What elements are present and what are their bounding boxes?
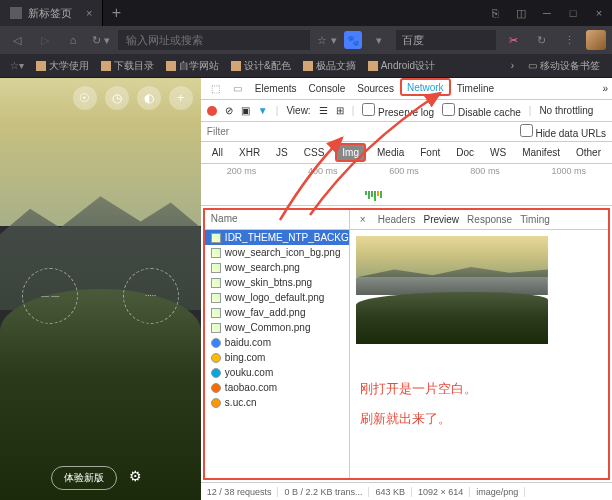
filter-input[interactable] bbox=[207, 126, 520, 137]
headphone-icon[interactable]: ☉ bbox=[73, 86, 97, 110]
bookmark-item[interactable]: 极品文摘 bbox=[297, 57, 362, 75]
filter-type-xhr[interactable]: XHR bbox=[234, 145, 265, 160]
bookmark-item[interactable]: 自学网站 bbox=[160, 57, 225, 75]
clear-icon[interactable]: ⊘ bbox=[225, 105, 233, 116]
filter-type-font[interactable]: Font bbox=[415, 145, 445, 160]
detail-tab-timing[interactable]: Timing bbox=[516, 214, 554, 225]
filter-type-ws[interactable]: WS bbox=[485, 145, 511, 160]
view-label: View: bbox=[286, 105, 310, 116]
devtools-tab-elements[interactable]: Elements bbox=[249, 78, 303, 99]
tab-favicon bbox=[10, 7, 22, 19]
filter-type-media[interactable]: Media bbox=[372, 145, 409, 160]
more-tabs-icon[interactable]: » bbox=[602, 83, 608, 94]
network-request-row[interactable]: IDR_THEME_NTP_BACKGROUN... bbox=[205, 230, 349, 245]
chevron-right-icon[interactable]: › bbox=[505, 58, 520, 73]
network-toolbar: ⊘ ▣ ▼ | View: ☰ ⊞ | Preserve log Disable… bbox=[201, 100, 612, 122]
preserve-log-checkbox[interactable]: Preserve log bbox=[362, 103, 434, 118]
filter-type-css[interactable]: CSS bbox=[299, 145, 330, 160]
tab-close-icon[interactable]: × bbox=[86, 7, 92, 19]
dropdown-icon[interactable]: ▾ bbox=[368, 29, 390, 51]
network-request-row[interactable]: youku.com bbox=[205, 365, 349, 380]
address-bar: ◁ ▷ ⌂ ↻ ▾ ☆ ▾ 🐾 ▾ 百度 ✂ ↻ ⋮ bbox=[0, 26, 612, 54]
bookmark-item[interactable]: 大学使用 bbox=[30, 57, 95, 75]
search-engine-box[interactable]: 百度 bbox=[396, 30, 496, 50]
filter-type-js[interactable]: JS bbox=[271, 145, 293, 160]
network-request-row[interactable]: bing.com bbox=[205, 350, 349, 365]
detail-tab-headers[interactable]: Headers bbox=[374, 214, 420, 225]
network-request-row[interactable]: wow_skin_btns.png bbox=[205, 275, 349, 290]
shirt-icon[interactable]: ◫ bbox=[508, 0, 534, 26]
filter-type-other[interactable]: Other bbox=[571, 145, 606, 160]
detail-tab-response[interactable]: Response bbox=[463, 214, 516, 225]
close-detail-icon[interactable]: × bbox=[354, 214, 372, 225]
inspect-icon[interactable]: ⬚ bbox=[205, 78, 227, 100]
hide-data-urls-checkbox[interactable]: Hide data URLs bbox=[520, 124, 606, 139]
status-dimensions: 1092 × 614 bbox=[412, 487, 470, 497]
filter-type-all[interactable]: All bbox=[207, 145, 228, 160]
view-list-icon[interactable]: ☰ bbox=[319, 105, 328, 116]
scissor-icon[interactable]: ✂ bbox=[502, 29, 524, 51]
try-new-button[interactable]: 体验新版 bbox=[51, 466, 117, 490]
devtools-tab-sources[interactable]: Sources bbox=[351, 78, 400, 99]
filter-type-img[interactable]: Img bbox=[335, 143, 366, 162]
devtools-tab-timeline[interactable]: Timeline bbox=[451, 78, 500, 99]
close-button[interactable]: × bbox=[586, 0, 612, 26]
filter-icon[interactable]: ▼ bbox=[258, 105, 268, 116]
status-type: image/png bbox=[470, 487, 525, 497]
network-request-row[interactable]: baidu.com bbox=[205, 335, 349, 350]
home-button[interactable]: ⌂ bbox=[62, 29, 84, 51]
plus-icon[interactable]: + bbox=[169, 86, 193, 110]
network-request-row[interactable]: s.uc.cn bbox=[205, 395, 349, 410]
detail-tab-preview[interactable]: Preview bbox=[420, 214, 464, 225]
bookmark-item[interactable]: Android设计 bbox=[362, 57, 441, 75]
network-request-row[interactable]: taobao.com bbox=[205, 380, 349, 395]
status-size: 643 KB bbox=[369, 487, 412, 497]
network-request-row[interactable]: wow_search_icon_bg.png bbox=[205, 245, 349, 260]
throttle-select[interactable]: No throttling bbox=[539, 105, 593, 116]
browser-tab[interactable]: 新标签页 × bbox=[0, 0, 103, 26]
preview-pane: 刚打开是一片空白。 刷新就出来了。 bbox=[350, 230, 608, 478]
minimize-button[interactable]: ─ bbox=[534, 0, 560, 26]
bookmark-item[interactable]: 设计&配色 bbox=[225, 57, 297, 75]
window-controls: ⎘ ◫ ─ □ × bbox=[482, 0, 612, 26]
network-request-row[interactable]: wow_logo_default.png bbox=[205, 290, 349, 305]
settings-gear-icon[interactable]: ⚙ bbox=[129, 468, 149, 488]
refresh-button[interactable]: ↻ ▾ bbox=[90, 29, 112, 51]
forward-button[interactable]: ▷ bbox=[34, 29, 56, 51]
name-column-header[interactable]: Name bbox=[205, 210, 349, 230]
menu-icon[interactable]: ⋮ bbox=[558, 29, 580, 51]
disable-cache-checkbox[interactable]: Disable cache bbox=[442, 103, 521, 118]
user-avatar[interactable] bbox=[586, 30, 606, 50]
new-tab-button[interactable]: + bbox=[103, 4, 129, 22]
bookmark-bar: ☆▾ 大学使用下载目录自学网站设计&配色极品文摘Android设计 › ▭ 移动… bbox=[0, 54, 612, 78]
maximize-button[interactable]: □ bbox=[560, 0, 586, 26]
star-icon[interactable]: ☆ ▾ bbox=[316, 29, 338, 51]
bookmark-item[interactable]: 下载目录 bbox=[95, 57, 160, 75]
camera-icon[interactable]: ▣ bbox=[241, 105, 250, 116]
speed-dial-2[interactable]: ····· bbox=[123, 268, 179, 324]
clock-icon[interactable]: ◷ bbox=[105, 86, 129, 110]
image-preview bbox=[356, 236, 548, 344]
refresh-icon-2[interactable]: ↻ bbox=[530, 29, 552, 51]
back-button[interactable]: ◁ bbox=[6, 29, 28, 51]
bookmark-star-icon[interactable]: ☆▾ bbox=[6, 55, 28, 77]
view-grid-icon[interactable]: ⊞ bbox=[336, 105, 344, 116]
palette-icon[interactable]: ◐ bbox=[137, 86, 161, 110]
status-bar: 12 / 38 requests 0 B / 2.2 KB trans... 6… bbox=[201, 482, 612, 500]
network-request-row[interactable]: wow_Common.png bbox=[205, 320, 349, 335]
filter-type-manifest[interactable]: Manifest bbox=[517, 145, 565, 160]
clone-icon[interactable]: ⎘ bbox=[482, 0, 508, 26]
url-input[interactable] bbox=[118, 30, 310, 50]
titlebar: 新标签页 × + ⎘ ◫ ─ □ × bbox=[0, 0, 612, 26]
timeline[interactable]: 200 ms400 ms600 ms800 ms1000 ms bbox=[201, 164, 612, 206]
mobile-bookmarks[interactable]: ▭ 移动设备书签 bbox=[522, 57, 606, 75]
network-request-row[interactable]: wow_fav_add.png bbox=[205, 305, 349, 320]
device-icon[interactable]: ▭ bbox=[227, 78, 249, 100]
record-button[interactable] bbox=[207, 106, 217, 116]
speed-dial-1[interactable]: — — bbox=[22, 268, 78, 324]
filter-type-doc[interactable]: Doc bbox=[451, 145, 479, 160]
devtools-tab-console[interactable]: Console bbox=[303, 78, 352, 99]
network-request-row[interactable]: wow_search.png bbox=[205, 260, 349, 275]
search-engine-icon[interactable]: 🐾 bbox=[344, 31, 362, 49]
devtools-tab-network[interactable]: Network bbox=[400, 78, 451, 96]
